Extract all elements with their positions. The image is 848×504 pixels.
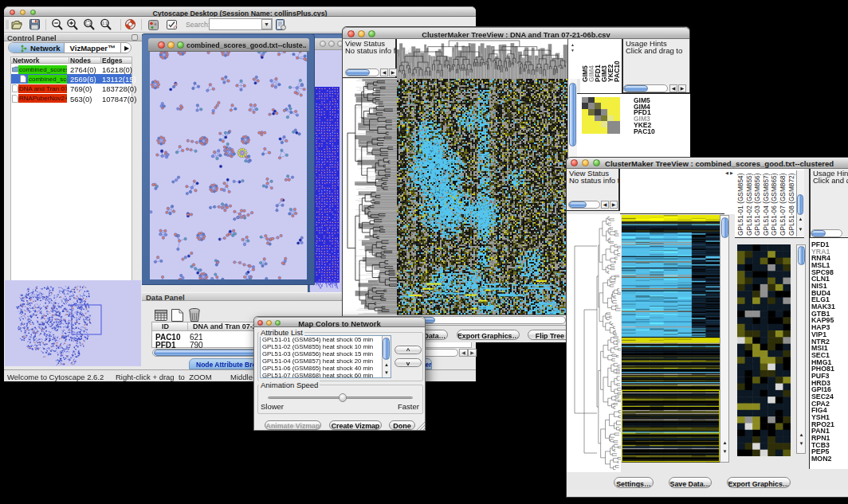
svg-text:1:1: 1:1 [102,21,108,25]
